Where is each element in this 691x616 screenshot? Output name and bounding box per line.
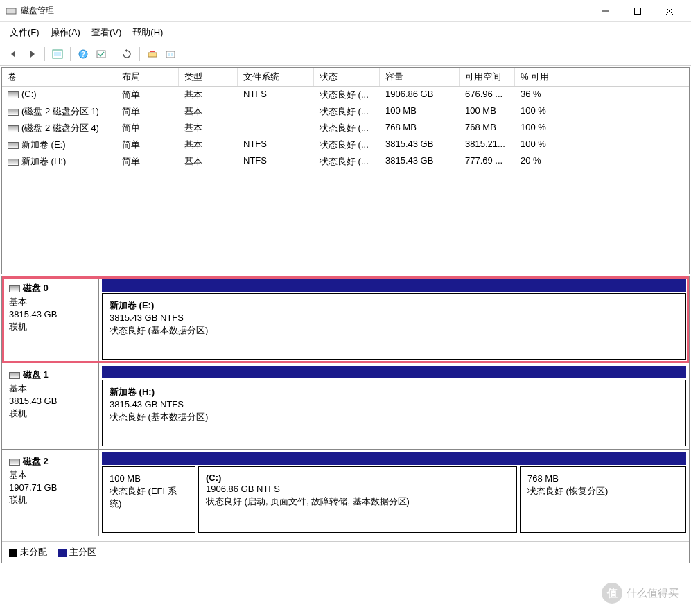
toolbar-icon-6[interactable] xyxy=(162,46,179,62)
partition-status: 状态良好 (基本数据分区) xyxy=(110,411,679,423)
drive-icon xyxy=(8,159,19,166)
partition-name: (C:) xyxy=(206,473,509,483)
partition-size: 100 MB xyxy=(110,473,188,485)
disk-title: 磁盘 2 xyxy=(9,455,91,468)
toolbar-icon-3[interactable] xyxy=(93,46,110,62)
watermark: 值 什么值得买 xyxy=(602,583,679,604)
maximize-button[interactable] xyxy=(622,1,654,21)
titlebar: 磁盘管理 xyxy=(0,0,691,22)
col-volume[interactable]: 卷 xyxy=(2,68,116,86)
help-icon[interactable]: ? xyxy=(75,46,91,62)
partition-status: 状态良好 (基本数据分区) xyxy=(110,324,679,337)
window-title: 磁盘管理 xyxy=(21,5,590,17)
volume-list: 卷 布局 类型 文件系统 状态 容量 可用空间 % 可用 (C:) 简单 基本 … xyxy=(1,67,690,274)
menu-file[interactable]: 文件(F) xyxy=(6,24,44,41)
back-button[interactable] xyxy=(6,46,22,62)
partition-status: 状态良好 (启动, 页面文件, 故障转储, 基本数据分区) xyxy=(206,495,509,508)
partition-size: 3815.43 GB NTFS xyxy=(110,398,679,411)
col-free[interactable]: 可用空间 xyxy=(460,68,515,86)
col-capacity[interactable]: 容量 xyxy=(380,68,460,86)
disk-title: 磁盘 0 xyxy=(9,282,91,294)
disk-state: 联机 xyxy=(9,321,91,333)
svg-rect-4 xyxy=(635,8,641,14)
svg-text:?: ? xyxy=(81,51,85,58)
watermark-text: 什么值得买 xyxy=(627,587,679,600)
drive-icon xyxy=(8,109,19,116)
partition-name: 新加卷 (H:) xyxy=(110,386,679,398)
svg-rect-14 xyxy=(168,53,170,56)
svg-rect-1 xyxy=(8,10,15,10)
svg-rect-13 xyxy=(166,51,175,58)
drive-icon xyxy=(8,91,19,98)
disk-type: 基本 xyxy=(9,296,91,308)
close-button[interactable] xyxy=(654,1,685,21)
partition[interactable]: 768 MB 状态良好 (恢复分区) xyxy=(520,466,686,533)
disk-partitions: 新加卷 (E:) 3815.43 GB NTFS 状态良好 (基本数据分区) xyxy=(99,276,689,362)
disk-type: 基本 xyxy=(9,382,91,395)
volume-row[interactable]: 新加卷 (H:) 简单 基本 NTFS 状态良好 (... 3815.43 GB… xyxy=(2,153,689,170)
col-layout[interactable]: 布局 xyxy=(116,68,179,86)
disk-info: 磁盘 2 基本 1907.71 GB 联机 xyxy=(2,450,99,536)
disk-size: 3815.43 GB xyxy=(9,395,91,407)
minimize-button[interactable] xyxy=(590,1,622,21)
volume-list-body[interactable]: (C:) 简单 基本 NTFS 状态良好 (... 1906.86 GB 676… xyxy=(2,87,689,274)
disk-info: 磁盘 0 基本 3815.43 GB 联机 xyxy=(2,276,99,362)
partition[interactable]: 新加卷 (E:) 3815.43 GB NTFS 状态良好 (基本数据分区) xyxy=(102,293,686,360)
svg-rect-0 xyxy=(6,8,16,14)
toolbar-icon-5[interactable] xyxy=(144,46,161,62)
legend-unallocated-box xyxy=(9,549,17,557)
partition-size: 3815.43 GB NTFS xyxy=(110,312,679,324)
volume-row[interactable]: 新加卷 (E:) 简单 基本 NTFS 状态良好 (... 3815.43 GB… xyxy=(2,137,689,153)
volume-row[interactable]: (磁盘 2 磁盘分区 1) 简单 基本 状态良好 (... 100 MB 100… xyxy=(2,103,689,120)
disk-size: 1907.71 GB xyxy=(9,482,91,494)
disk-row[interactable]: 磁盘 2 基本 1907.71 GB 联机 100 MB 状态良好 (EFI 系… xyxy=(2,450,689,536)
disk-header-bar xyxy=(102,452,686,465)
watermark-badge: 值 xyxy=(602,583,622,604)
partition-size: 768 MB xyxy=(527,473,679,485)
col-status[interactable]: 状态 xyxy=(314,68,380,86)
legend-unallocated: 未分配 xyxy=(20,547,47,557)
svg-rect-8 xyxy=(54,52,61,56)
disk-state: 联机 xyxy=(9,407,91,420)
partition[interactable]: (C:) 1906.86 GB NTFS 状态良好 (启动, 页面文件, 故障转… xyxy=(198,466,517,533)
menu-view[interactable]: 查看(V) xyxy=(87,24,125,41)
partition-size: 1906.86 GB NTFS xyxy=(206,483,509,495)
drive-icon xyxy=(8,142,19,149)
volume-list-header: 卷 布局 类型 文件系统 状态 容量 可用空间 % 可用 xyxy=(2,68,689,87)
disk-icon xyxy=(9,459,20,466)
disk-icon xyxy=(9,372,20,379)
legend-primary: 主分区 xyxy=(69,547,96,557)
partition[interactable]: 新加卷 (H:) 3815.43 GB NTFS 状态良好 (基本数据分区) xyxy=(102,380,686,446)
forward-button[interactable] xyxy=(24,46,40,62)
svg-rect-15 xyxy=(171,53,173,56)
svg-rect-11 xyxy=(97,51,105,58)
disk-header-bar xyxy=(102,366,686,378)
col-type[interactable]: 类型 xyxy=(179,68,238,86)
menu-help[interactable]: 帮助(H) xyxy=(128,24,167,41)
col-filesystem[interactable]: 文件系统 xyxy=(238,68,314,86)
disk-pane[interactable]: 磁盘 0 基本 3815.43 GB 联机 新加卷 (E:) 3815.43 G… xyxy=(1,276,690,563)
app-icon xyxy=(6,6,17,17)
partition-status: 状态良好 (EFI 系统) xyxy=(110,485,188,510)
legend: 未分配 主分区 xyxy=(2,541,689,563)
volume-row[interactable]: (C:) 简单 基本 NTFS 状态良好 (... 1906.86 GB 676… xyxy=(2,87,689,103)
col-pct[interactable]: % 可用 xyxy=(515,68,570,86)
disk-partitions: 100 MB 状态良好 (EFI 系统) (C:) 1906.86 GB NTF… xyxy=(99,450,689,536)
disk-type: 基本 xyxy=(9,469,91,482)
disk-state: 联机 xyxy=(9,494,91,507)
disk-icon xyxy=(9,285,20,292)
menubar: 文件(F) 操作(A) 查看(V) 帮助(H) xyxy=(0,22,691,43)
toolbar: ? xyxy=(0,43,691,66)
partition[interactable]: 100 MB 状态良好 (EFI 系统) xyxy=(102,466,195,533)
svg-rect-12 xyxy=(148,53,157,57)
disk-size: 3815.43 GB xyxy=(9,308,91,321)
toolbar-icon-1[interactable] xyxy=(49,46,66,62)
partition-name: 新加卷 (E:) xyxy=(110,299,679,312)
menu-action[interactable]: 操作(A) xyxy=(46,24,85,41)
drive-icon xyxy=(8,125,19,132)
disk-row[interactable]: 磁盘 1 基本 3815.43 GB 联机 新加卷 (H:) 3815.43 G… xyxy=(2,363,689,450)
disk-header-bar xyxy=(102,279,686,292)
disk-row[interactable]: 磁盘 0 基本 3815.43 GB 联机 新加卷 (E:) 3815.43 G… xyxy=(2,276,689,363)
volume-row[interactable]: (磁盘 2 磁盘分区 4) 简单 基本 状态良好 (... 768 MB 768… xyxy=(2,120,689,137)
refresh-icon[interactable] xyxy=(119,46,135,62)
